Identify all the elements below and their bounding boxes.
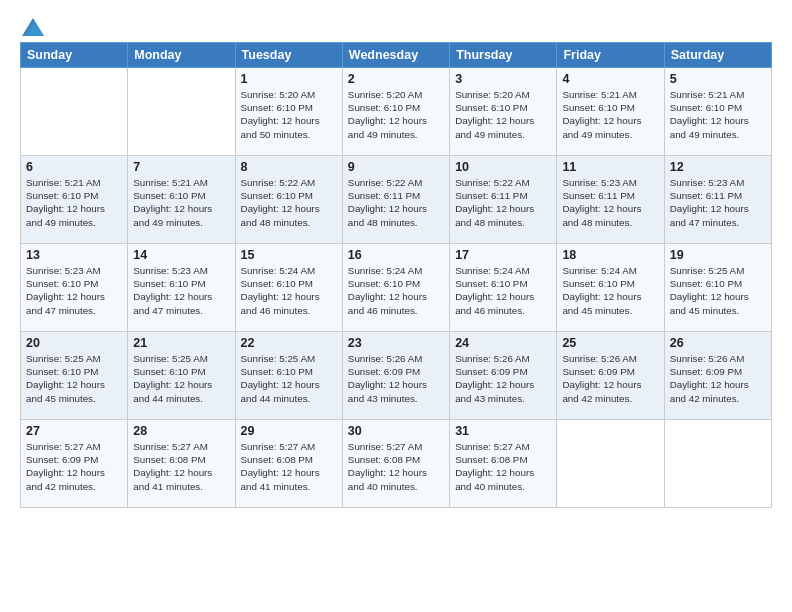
header-cell-tuesday: Tuesday: [235, 43, 342, 68]
day-info: Sunrise: 5:27 AM Sunset: 6:09 PM Dayligh…: [26, 440, 122, 493]
day-cell: 24Sunrise: 5:26 AM Sunset: 6:09 PM Dayli…: [450, 332, 557, 420]
header-cell-saturday: Saturday: [664, 43, 771, 68]
day-cell: 17Sunrise: 5:24 AM Sunset: 6:10 PM Dayli…: [450, 244, 557, 332]
header-cell-monday: Monday: [128, 43, 235, 68]
day-cell: 22Sunrise: 5:25 AM Sunset: 6:10 PM Dayli…: [235, 332, 342, 420]
day-info: Sunrise: 5:21 AM Sunset: 6:10 PM Dayligh…: [26, 176, 122, 229]
day-cell: [557, 420, 664, 508]
day-number: 4: [562, 72, 658, 86]
day-cell: 12Sunrise: 5:23 AM Sunset: 6:11 PM Dayli…: [664, 156, 771, 244]
day-info: Sunrise: 5:27 AM Sunset: 6:08 PM Dayligh…: [455, 440, 551, 493]
day-cell: 18Sunrise: 5:24 AM Sunset: 6:10 PM Dayli…: [557, 244, 664, 332]
day-cell: 27Sunrise: 5:27 AM Sunset: 6:09 PM Dayli…: [21, 420, 128, 508]
day-number: 21: [133, 336, 229, 350]
day-number: 11: [562, 160, 658, 174]
week-row-3: 13Sunrise: 5:23 AM Sunset: 6:10 PM Dayli…: [21, 244, 772, 332]
day-info: Sunrise: 5:27 AM Sunset: 6:08 PM Dayligh…: [133, 440, 229, 493]
day-info: Sunrise: 5:24 AM Sunset: 6:10 PM Dayligh…: [562, 264, 658, 317]
day-cell: 1Sunrise: 5:20 AM Sunset: 6:10 PM Daylig…: [235, 68, 342, 156]
day-number: 14: [133, 248, 229, 262]
day-number: 3: [455, 72, 551, 86]
day-info: Sunrise: 5:25 AM Sunset: 6:10 PM Dayligh…: [670, 264, 766, 317]
day-info: Sunrise: 5:22 AM Sunset: 6:11 PM Dayligh…: [348, 176, 444, 229]
day-info: Sunrise: 5:25 AM Sunset: 6:10 PM Dayligh…: [26, 352, 122, 405]
day-number: 10: [455, 160, 551, 174]
day-number: 8: [241, 160, 337, 174]
day-info: Sunrise: 5:25 AM Sunset: 6:10 PM Dayligh…: [241, 352, 337, 405]
day-number: 5: [670, 72, 766, 86]
page: SundayMondayTuesdayWednesdayThursdayFrid…: [0, 0, 792, 612]
day-cell: 6Sunrise: 5:21 AM Sunset: 6:10 PM Daylig…: [21, 156, 128, 244]
day-number: 23: [348, 336, 444, 350]
header-cell-thursday: Thursday: [450, 43, 557, 68]
calendar: SundayMondayTuesdayWednesdayThursdayFrid…: [20, 42, 772, 508]
day-cell: 20Sunrise: 5:25 AM Sunset: 6:10 PM Dayli…: [21, 332, 128, 420]
day-number: 26: [670, 336, 766, 350]
day-number: 1: [241, 72, 337, 86]
day-number: 15: [241, 248, 337, 262]
header-cell-wednesday: Wednesday: [342, 43, 449, 68]
day-number: 17: [455, 248, 551, 262]
day-cell: 13Sunrise: 5:23 AM Sunset: 6:10 PM Dayli…: [21, 244, 128, 332]
day-info: Sunrise: 5:21 AM Sunset: 6:10 PM Dayligh…: [670, 88, 766, 141]
day-info: Sunrise: 5:23 AM Sunset: 6:10 PM Dayligh…: [26, 264, 122, 317]
logo: [20, 18, 44, 36]
day-info: Sunrise: 5:26 AM Sunset: 6:09 PM Dayligh…: [670, 352, 766, 405]
day-number: 30: [348, 424, 444, 438]
day-cell: 15Sunrise: 5:24 AM Sunset: 6:10 PM Dayli…: [235, 244, 342, 332]
day-cell: 25Sunrise: 5:26 AM Sunset: 6:09 PM Dayli…: [557, 332, 664, 420]
day-number: 7: [133, 160, 229, 174]
day-cell: 5Sunrise: 5:21 AM Sunset: 6:10 PM Daylig…: [664, 68, 771, 156]
day-cell: 19Sunrise: 5:25 AM Sunset: 6:10 PM Dayli…: [664, 244, 771, 332]
day-number: 6: [26, 160, 122, 174]
day-cell: 14Sunrise: 5:23 AM Sunset: 6:10 PM Dayli…: [128, 244, 235, 332]
day-info: Sunrise: 5:25 AM Sunset: 6:10 PM Dayligh…: [133, 352, 229, 405]
day-info: Sunrise: 5:26 AM Sunset: 6:09 PM Dayligh…: [348, 352, 444, 405]
day-number: 20: [26, 336, 122, 350]
logo-icon: [22, 18, 44, 36]
day-cell: [21, 68, 128, 156]
day-number: 29: [241, 424, 337, 438]
day-number: 28: [133, 424, 229, 438]
day-number: 13: [26, 248, 122, 262]
day-info: Sunrise: 5:26 AM Sunset: 6:09 PM Dayligh…: [562, 352, 658, 405]
week-row-5: 27Sunrise: 5:27 AM Sunset: 6:09 PM Dayli…: [21, 420, 772, 508]
day-number: 24: [455, 336, 551, 350]
day-info: Sunrise: 5:22 AM Sunset: 6:10 PM Dayligh…: [241, 176, 337, 229]
day-info: Sunrise: 5:24 AM Sunset: 6:10 PM Dayligh…: [241, 264, 337, 317]
day-cell: [664, 420, 771, 508]
day-cell: 29Sunrise: 5:27 AM Sunset: 6:08 PM Dayli…: [235, 420, 342, 508]
day-cell: 21Sunrise: 5:25 AM Sunset: 6:10 PM Dayli…: [128, 332, 235, 420]
day-info: Sunrise: 5:20 AM Sunset: 6:10 PM Dayligh…: [348, 88, 444, 141]
week-row-2: 6Sunrise: 5:21 AM Sunset: 6:10 PM Daylig…: [21, 156, 772, 244]
day-info: Sunrise: 5:24 AM Sunset: 6:10 PM Dayligh…: [455, 264, 551, 317]
day-cell: 7Sunrise: 5:21 AM Sunset: 6:10 PM Daylig…: [128, 156, 235, 244]
day-cell: 10Sunrise: 5:22 AM Sunset: 6:11 PM Dayli…: [450, 156, 557, 244]
day-number: 12: [670, 160, 766, 174]
day-info: Sunrise: 5:21 AM Sunset: 6:10 PM Dayligh…: [133, 176, 229, 229]
day-info: Sunrise: 5:21 AM Sunset: 6:10 PM Dayligh…: [562, 88, 658, 141]
day-info: Sunrise: 5:23 AM Sunset: 6:11 PM Dayligh…: [670, 176, 766, 229]
day-cell: 28Sunrise: 5:27 AM Sunset: 6:08 PM Dayli…: [128, 420, 235, 508]
day-info: Sunrise: 5:22 AM Sunset: 6:11 PM Dayligh…: [455, 176, 551, 229]
day-info: Sunrise: 5:26 AM Sunset: 6:09 PM Dayligh…: [455, 352, 551, 405]
day-info: Sunrise: 5:20 AM Sunset: 6:10 PM Dayligh…: [241, 88, 337, 141]
day-cell: 31Sunrise: 5:27 AM Sunset: 6:08 PM Dayli…: [450, 420, 557, 508]
header-cell-sunday: Sunday: [21, 43, 128, 68]
header-cell-friday: Friday: [557, 43, 664, 68]
day-info: Sunrise: 5:23 AM Sunset: 6:11 PM Dayligh…: [562, 176, 658, 229]
week-row-1: 1Sunrise: 5:20 AM Sunset: 6:10 PM Daylig…: [21, 68, 772, 156]
day-info: Sunrise: 5:20 AM Sunset: 6:10 PM Dayligh…: [455, 88, 551, 141]
day-number: 19: [670, 248, 766, 262]
day-number: 16: [348, 248, 444, 262]
day-cell: 2Sunrise: 5:20 AM Sunset: 6:10 PM Daylig…: [342, 68, 449, 156]
day-cell: 16Sunrise: 5:24 AM Sunset: 6:10 PM Dayli…: [342, 244, 449, 332]
day-info: Sunrise: 5:27 AM Sunset: 6:08 PM Dayligh…: [241, 440, 337, 493]
day-number: 18: [562, 248, 658, 262]
day-number: 9: [348, 160, 444, 174]
week-row-4: 20Sunrise: 5:25 AM Sunset: 6:10 PM Dayli…: [21, 332, 772, 420]
day-number: 25: [562, 336, 658, 350]
header-row: SundayMondayTuesdayWednesdayThursdayFrid…: [21, 43, 772, 68]
day-cell: 11Sunrise: 5:23 AM Sunset: 6:11 PM Dayli…: [557, 156, 664, 244]
day-number: 27: [26, 424, 122, 438]
